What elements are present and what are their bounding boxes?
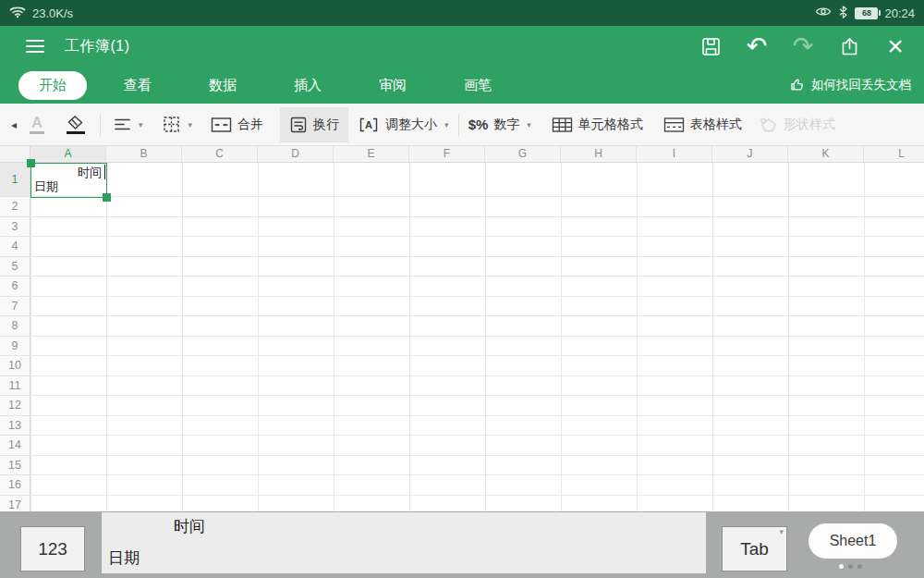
numeric-keyboard-button[interactable]: 123 <box>20 526 85 572</box>
grid-row-10 <box>30 356 924 376</box>
selection-handle-bottomright[interactable] <box>103 193 111 202</box>
hamburger-menu-icon[interactable] <box>26 39 44 54</box>
undo-icon[interactable]: ↶ <box>745 34 769 58</box>
cell-text-line1: 时间 <box>78 165 102 181</box>
tab-view[interactable]: 查看 <box>103 71 172 100</box>
edit-bottom-bar: 123 时间 日期 Tab ▾ Sheet1 <box>0 511 924 578</box>
bluetooth-icon <box>838 6 848 21</box>
column-header-K[interactable]: K <box>788 146 864 162</box>
column-header-E[interactable]: E <box>334 146 409 162</box>
grid-row-4 <box>30 237 924 257</box>
tab-home[interactable]: 开始 <box>18 71 87 100</box>
row-header-6[interactable]: 6 <box>0 277 30 297</box>
spreadsheet-grid[interactable]: ABCDEFGHIJKL 1234567891011121314151617 时… <box>0 146 924 511</box>
tab-review[interactable]: 审阅 <box>359 71 427 100</box>
number-caret-icon: ▾ <box>527 120 531 129</box>
clock: 20:24 <box>884 6 915 20</box>
status-bar: 23.0K/s 68 20:24 <box>0 0 924 26</box>
resize-label: 调整大小 <box>385 117 437 133</box>
selection-handle-topleft[interactable] <box>27 159 35 167</box>
tab-pen[interactable]: 画笔 <box>444 71 512 100</box>
tab-data[interactable]: 数据 <box>188 71 257 100</box>
table-style-label: 表格样式 <box>690 117 742 133</box>
merge-label: 合并 <box>237 117 263 133</box>
grid-row-9 <box>30 337 924 357</box>
column-header-C[interactable]: C <box>182 146 258 162</box>
recover-docs-label: 如何找回丢失文档 <box>811 77 911 93</box>
alignment-caret-icon: ▾ <box>139 120 143 129</box>
row-header-10[interactable]: 10 <box>0 356 30 376</box>
column-header-I[interactable]: I <box>637 146 712 162</box>
cell-format-button[interactable]: 单元格格式 <box>552 117 643 133</box>
grid-row-17 <box>30 496 924 512</box>
borders-button[interactable]: ▾ <box>162 115 193 134</box>
number-format-button[interactable]: $% 数字 ▾ <box>468 117 531 133</box>
page-dot <box>848 564 853 569</box>
cell-text-line2: 日期 <box>34 178 58 195</box>
row-header-11[interactable]: 11 <box>0 376 30 397</box>
table-style-button[interactable]: 表格样式 <box>663 117 742 133</box>
row-header-1[interactable]: 1 <box>0 163 30 197</box>
row-header-17[interactable]: 17 <box>0 496 30 512</box>
merge-cells-button[interactable]: 合并 <box>211 117 263 133</box>
shape-style-button: 形状样式 <box>759 117 835 133</box>
row-header-5[interactable]: 5 <box>0 257 30 277</box>
recover-docs-link[interactable]: 如何找回丢失文档 <box>790 77 911 94</box>
column-header-L[interactable]: L <box>864 146 924 162</box>
borders-caret-icon: ▾ <box>188 120 193 129</box>
selected-cell-a1[interactable]: 时间 日期 <box>30 163 107 198</box>
grid-row-14 <box>30 436 924 456</box>
number-symbol: $% <box>468 117 489 132</box>
column-header-F[interactable]: F <box>409 146 485 162</box>
tab-insert[interactable]: 插入 <box>274 71 342 100</box>
text-cursor <box>104 165 106 179</box>
row-header-8[interactable]: 8 <box>0 316 30 337</box>
thumbs-up-icon <box>790 77 805 94</box>
column-header-G[interactable]: G <box>485 146 561 162</box>
row-header-2[interactable]: 2 <box>0 197 30 217</box>
grid-row-11 <box>30 376 924 397</box>
row-header-12[interactable]: 12 <box>0 396 30 416</box>
row-header-16[interactable]: 16 <box>0 475 30 496</box>
close-icon[interactable]: × <box>883 34 907 58</box>
grid-row-5 <box>30 257 924 277</box>
resize-button[interactable]: A 调整大小 ▾ <box>358 116 449 134</box>
ribbon-tab-bar: 开始 查看 数据 插入 审阅 画笔 如何找回丢失文档 <box>0 67 924 104</box>
column-header-H[interactable]: H <box>561 146 637 162</box>
row-header-strip: 1234567891011121314151617 <box>0 146 30 511</box>
column-header-A[interactable]: A <box>30 146 106 162</box>
editor-line1: 时间 <box>174 516 205 537</box>
save-icon[interactable] <box>699 34 723 58</box>
shape-style-label: 形状样式 <box>784 117 835 133</box>
redo-icon[interactable]: ↷ <box>791 34 815 58</box>
tab-key-button[interactable]: Tab ▾ <box>722 526 787 572</box>
eye-protection-icon <box>815 6 832 20</box>
row-header-4[interactable]: 4 <box>0 237 30 257</box>
column-header-D[interactable]: D <box>258 146 334 162</box>
column-header-B[interactable]: B <box>106 146 182 162</box>
row-header-14[interactable]: 14 <box>0 436 30 456</box>
sheet-tab-sheet1[interactable]: Sheet1 <box>808 523 897 559</box>
font-color-button[interactable]: A <box>26 115 48 135</box>
battery-level: 68 <box>862 8 871 18</box>
cell-editor-input[interactable]: 时间 日期 <box>102 512 706 573</box>
column-header-J[interactable]: J <box>712 146 788 162</box>
font-color-glyph: A <box>31 115 43 130</box>
tab-caret-icon: ▾ <box>779 527 784 536</box>
grid-row-1 <box>30 163 924 197</box>
row-header-13[interactable]: 13 <box>0 416 30 437</box>
wrap-text-button[interactable]: 换行 <box>280 107 348 142</box>
grid-row-7 <box>30 297 924 317</box>
share-icon[interactable] <box>837 34 861 58</box>
row-header-7[interactable]: 7 <box>0 297 30 317</box>
row-header-9[interactable]: 9 <box>0 337 30 357</box>
alignment-button[interactable]: ▾ <box>114 116 143 133</box>
grid-row-3 <box>30 217 924 238</box>
row-header-3[interactable]: 3 <box>0 217 30 238</box>
page-dot-active <box>839 564 844 569</box>
tab-key-label: Tab <box>740 539 769 560</box>
scroll-left-icon[interactable]: ◂ <box>11 118 17 131</box>
network-speed: 23.0K/s <box>32 6 73 20</box>
row-header-15[interactable]: 15 <box>0 456 30 476</box>
fill-color-button[interactable] <box>63 115 89 135</box>
